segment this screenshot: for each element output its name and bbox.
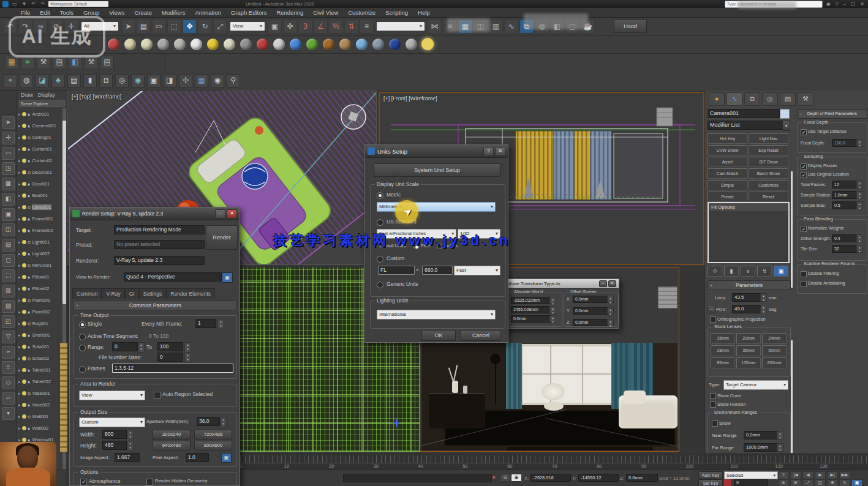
field-of-view-icon[interactable]: ◱: [815, 479, 826, 486]
y-coordinate-field[interactable]: -14550.12: [578, 474, 619, 482]
frames-radio[interactable]: [79, 366, 86, 373]
water-blue-icon[interactable]: [356, 39, 368, 50]
help-icon[interactable]: ?: [834, 1, 839, 7]
visibility-icon[interactable]: ◐: [28, 228, 31, 234]
select-and-rotate-icon[interactable]: ↻: [198, 20, 212, 34]
selection-lock-icon[interactable]: ➤: [491, 474, 496, 480]
rectangular-selection-region-icon[interactable]: ▭: [152, 20, 166, 34]
visibility-icon[interactable]: ○: [28, 239, 31, 245]
spinner[interactable]: ▲▼: [856, 191, 863, 199]
sample-bias-field[interactable]: 0.5: [832, 201, 859, 209]
tool-icon[interactable]: ▽: [2, 331, 15, 343]
stock-lens-button[interactable]: 20mm: [736, 333, 761, 344]
tool-icon[interactable]: ≡: [2, 361, 15, 374]
create-tab-icon[interactable]: ●: [709, 92, 725, 106]
undo-small-icon[interactable]: ↶: [30, 1, 37, 7]
render-hidden-checkbox[interactable]: [146, 479, 153, 485]
list-item[interactable]: ▸ ◐ Sofa001: [17, 341, 67, 353]
tool-icon[interactable]: ⬚: [2, 269, 15, 282]
visibility-icon[interactable]: ○: [28, 135, 31, 141]
list-item[interactable]: ▸ ◐ Light002: [17, 248, 67, 260]
custom-radio[interactable]: [377, 256, 383, 263]
range-from-field[interactable]: 0: [112, 342, 138, 351]
spinner[interactable]: ▲▼: [184, 353, 191, 363]
pixel-aspect-lock-button[interactable]: ▣: [221, 453, 232, 463]
list-item[interactable]: ▸ ○ Ceiling01: [17, 132, 67, 143]
select-and-move-icon[interactable]: ✥: [183, 20, 197, 34]
trees-icon[interactable]: ♣: [21, 56, 34, 69]
lamp-icon[interactable]: ⚲: [227, 74, 240, 88]
window-close-icon[interactable]: ✕: [859, 1, 866, 7]
list-item[interactable]: ▸ ◐ Vase002: [17, 399, 67, 411]
remove-modifier-icon[interactable]: ↯: [757, 266, 772, 277]
tool-icon[interactable]: ◇: [2, 376, 15, 389]
select-by-name-icon[interactable]: ▤: [137, 20, 151, 34]
menu-item[interactable]: Scripting: [380, 8, 413, 18]
cone-light-icon[interactable]: [273, 39, 285, 50]
visibility-icon[interactable]: ○: [28, 263, 31, 269]
visibility-icon[interactable]: ◐: [28, 193, 31, 199]
spinner[interactable]: ▲▼: [607, 307, 614, 315]
tool-button[interactable]: Hot Key: [708, 133, 747, 144]
track-bar[interactable]: 0102030405060708090100110120130: [236, 454, 868, 469]
spinner[interactable]: ▲▼: [856, 181, 863, 189]
tool-button[interactable]: Customize: [749, 180, 788, 190]
save-icon[interactable]: ▼: [21, 1, 28, 7]
tool-icon[interactable]: ➣: [2, 346, 15, 359]
lens-field[interactable]: 43.5: [732, 293, 761, 302]
use-pivot-point-center-icon[interactable]: ▣: [268, 20, 282, 34]
hammer-icon[interactable]: ⚒: [37, 56, 50, 69]
spinner[interactable]: ▲▼: [127, 441, 134, 451]
stock-lens-button[interactable]: 85mm: [711, 357, 735, 368]
visibility-icon[interactable]: ◐: [28, 181, 31, 187]
visibility-icon[interactable]: ◐: [28, 402, 31, 408]
light-teal-icon[interactable]: ⌖: [4, 74, 17, 88]
window-minimize-icon[interactable]: –: [842, 1, 847, 7]
res-800x600-button[interactable]: 800x600: [194, 441, 232, 450]
disable-filtering-checkbox[interactable]: [801, 271, 807, 277]
snaps-toggle-icon[interactable]: 3: [298, 20, 312, 34]
minimize-icon[interactable]: –: [599, 280, 607, 287]
modifier-list-dropdown[interactable]: Modifier List: [708, 121, 785, 130]
visibility-icon[interactable]: ○: [28, 391, 31, 397]
spinner[interactable]: ▲▼: [217, 319, 224, 329]
edit-named-selection-sets-icon[interactable]: ≡: [360, 20, 374, 34]
visibility-icon[interactable]: ◐: [28, 123, 31, 129]
spinner[interactable]: ▲▼: [856, 245, 863, 253]
display-tab-icon[interactable]: ▤: [780, 92, 796, 106]
metric-radio[interactable]: [377, 192, 383, 199]
list-item[interactable]: ▸ ◐ Table002: [17, 376, 67, 387]
spinner[interactable]: ▲▼: [760, 293, 767, 302]
sign-in-icon[interactable]: ◉: [825, 1, 832, 7]
go-to-start-icon[interactable]: |◀: [790, 471, 801, 479]
show-cone-checkbox[interactable]: [710, 393, 716, 399]
key-mode-icon[interactable]: ⚿: [778, 471, 789, 479]
trees-teal-icon[interactable]: ♣: [51, 74, 65, 88]
env-show-checkbox[interactable]: [712, 421, 718, 427]
spinner[interactable]: ▲▼: [549, 315, 556, 323]
set-keys-toggle-icon[interactable]: [724, 479, 731, 486]
go-to-end-icon[interactable]: ▶▶: [839, 471, 850, 479]
camera-teal-icon[interactable]: ◪: [36, 74, 49, 88]
hierarchy-tab-icon[interactable]: ⧉: [744, 92, 760, 106]
grid-panel-icon[interactable]: ▤: [53, 56, 66, 69]
area-dropdown[interactable]: View▾: [79, 391, 145, 400]
lock-view-button[interactable]: ▣: [222, 272, 233, 283]
visibility-icon[interactable]: ○: [28, 414, 31, 420]
stock-lens-button[interactable]: 24mm: [762, 333, 787, 344]
modify-tab-icon[interactable]: ∿: [726, 92, 742, 106]
menu-item[interactable]: Help: [413, 8, 435, 18]
us-standard-radio[interactable]: [377, 219, 383, 226]
generic-units-radio[interactable]: [377, 282, 383, 288]
maximize-viewport-icon[interactable]: ▣: [851, 479, 862, 486]
res-640x480-button[interactable]: 640x480: [153, 441, 191, 450]
visibility-icon[interactable]: ○: [28, 356, 31, 362]
sphere-ring-icon[interactable]: [224, 39, 235, 50]
current-frame-field[interactable]: 0: [734, 479, 768, 486]
list-item[interactable]: ▸ ○ Mirror001: [17, 260, 67, 271]
set-key-button[interactable]: Set Key: [698, 479, 723, 486]
far-range-field[interactable]: 1000.0mm: [744, 443, 778, 452]
spinner[interactable]: ▲▼: [549, 306, 556, 313]
lighting-units-dropdown[interactable]: International▾: [377, 310, 496, 320]
spinner[interactable]: ▲▼: [760, 305, 767, 313]
